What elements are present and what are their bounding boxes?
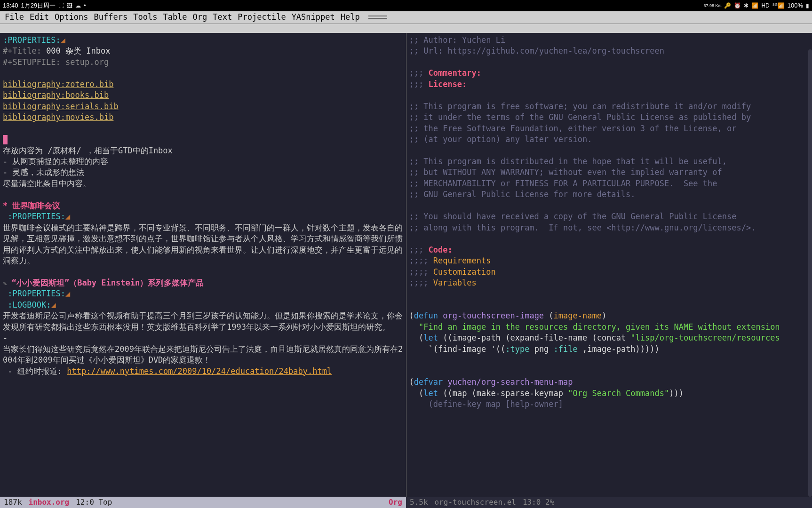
license-line: ;; (at your option) any later version.: [409, 134, 810, 145]
alarm-icon: ⏰: [734, 2, 741, 10]
heading-1-properties: :PROPERTIES:: [3, 212, 65, 221]
section-variables: Variables: [433, 278, 477, 287]
license-line: ;; it under the terms of the GNU General…: [409, 112, 810, 123]
picture-icon: 🖼: [67, 2, 72, 10]
url-comment: ;; Url: https://github.com/yuchen-lea/or…: [409, 46, 810, 56]
vpn-icon: 🔑: [724, 2, 731, 10]
bluetooth-icon: ✱: [744, 2, 748, 10]
kw-let: let: [423, 333, 438, 342]
dot-icon: •: [84, 2, 86, 10]
editor-panes: :PROPERTIES:◢ #+Title: 000 杂类 Inbox #+SE…: [0, 33, 812, 497]
intro-line-1: 存放内容为 /原材料/ ，相当于GTD中的Inbox: [3, 145, 403, 156]
license-line: ;; but WITHOUT ANY WARRANTY; without eve…: [409, 167, 810, 178]
menu-org[interactable]: Org: [190, 12, 210, 23]
fold-icon[interactable]: ◢: [65, 212, 70, 221]
truncated-line: (define-key map [help-owner]: [409, 399, 810, 410]
nyt-label: - 纽约时报道:: [3, 366, 67, 376]
heading-1-body: 世界咖啡会议模式的主要精神是跨界，不同专业背景、不同职务、不同部门的一群人，针对…: [3, 222, 403, 267]
heading-1-text[interactable]: 世界咖啡会议: [12, 201, 60, 210]
license-line: ;; GNU General Public License for more d…: [409, 189, 810, 200]
menu-buffers[interactable]: Buffers: [91, 12, 131, 23]
section-customization: Customization: [433, 267, 496, 277]
heading-1-star[interactable]: *: [3, 201, 12, 210]
menu-tools[interactable]: Tools: [130, 12, 160, 23]
fold-icon[interactable]: ◢: [51, 300, 56, 310]
license-line: ;; This program is free software; you ca…: [409, 101, 810, 112]
menu-text[interactable]: Text: [210, 12, 235, 23]
license-line: ;; You should have received a copy of th…: [409, 211, 810, 222]
menu-yasnippet[interactable]: YASnippet: [289, 12, 338, 23]
signal-5g-icon: ⁵ᴳ📶: [772, 2, 785, 10]
scrollbar[interactable]: [808, 49, 812, 497]
battery-pct: 100%: [788, 1, 803, 10]
var-name: yuchen/org-search-menu-map: [443, 377, 573, 387]
expand-icon: ⛶: [58, 2, 64, 10]
docstring: "Find an image in the resources director…: [409, 322, 810, 333]
menu-edit[interactable]: Edit: [27, 12, 52, 23]
drag-handle-icon[interactable]: [368, 16, 387, 19]
wifi-icon: 📶: [751, 2, 758, 10]
heading-2-logbook: :LOGBOOK:: [3, 300, 51, 310]
bib-link-3[interactable]: bibliography:serials.bib: [3, 102, 119, 111]
title-value: 000 杂类 Inbox: [41, 46, 111, 56]
author-comment: ;; Author: Yuchen Li: [409, 35, 810, 46]
title-keyword: #+Title:: [3, 46, 41, 56]
section-license: License:: [428, 79, 467, 89]
bib-link-2[interactable]: bibliography:books.bib: [3, 90, 109, 100]
kw-defun: defun: [414, 311, 438, 320]
fn-arg: image-name: [554, 311, 602, 320]
buffer-pos: 12:0 Top: [76, 497, 112, 508]
buffer-name: org-touchscreen.el: [435, 497, 516, 508]
android-status-bar: 13:40 1月29日周一 ⛶ 🖼 ☁ • 67.98 K/s 🔑 ⏰ ✱ 📶 …: [0, 0, 812, 11]
setupfile-value: setup.org: [61, 57, 109, 67]
heading-2-text[interactable]: “小小爱因斯坦”（Baby Einstein）系列多媒体产品: [12, 278, 204, 287]
license-line: ;; the Free Software Foundation, either …: [409, 123, 810, 134]
nyt-link[interactable]: http://www.nytimes.com/2009/10/24/educat…: [67, 366, 332, 376]
fn-name: org-touchscreen-image: [438, 311, 549, 320]
major-mode: Org: [389, 497, 402, 508]
buffer-name: inbox.org: [29, 497, 70, 508]
heading-2-properties: :PROPERTIES:: [3, 289, 65, 298]
modeline: 187k inbox.org 12:0 Top Org 5.5k org-tou…: [0, 497, 812, 508]
date: 1月29日周一: [21, 1, 56, 10]
buffer-size: 187k: [4, 497, 22, 508]
buffer-pos: 13:0 2%: [523, 497, 554, 508]
intro-line-3: - 灵感，未成形的想法: [3, 167, 403, 178]
fold-icon[interactable]: ◢: [65, 289, 70, 298]
modeline-right[interactable]: 5.5k org-touchscreen.el 13:0 2%: [406, 497, 812, 508]
emacs-menubar: File Edit Options Buffers Tools Table Or…: [0, 11, 812, 24]
menu-file[interactable]: File: [2, 12, 27, 23]
heading-2-dash: -: [3, 333, 403, 343]
bib-link-1[interactable]: bibliography:zotero.bib: [3, 79, 113, 89]
bib-link-4[interactable]: bibliography:movies.bib: [3, 112, 113, 122]
menu-options[interactable]: Options: [52, 12, 91, 23]
text-cursor: [3, 135, 8, 144]
clock: 13:40: [3, 1, 18, 10]
setupfile-keyword: #+SETUPFILE:: [3, 57, 61, 67]
heading-2-body-2: 当家长们得知这些研究后竟然在2009年联合起来把迪斯尼公司告上了法庭，而且迪斯尼…: [3, 344, 403, 366]
license-line: ;; This program is distributed in the ho…: [409, 156, 810, 167]
intro-line-2: - 从网页捕捉的未整理的内容: [3, 156, 403, 167]
left-pane-org[interactable]: :PROPERTIES:◢ #+Title: 000 杂类 Inbox #+SE…: [0, 33, 406, 497]
toolbar-spacer: [0, 24, 812, 33]
pencil-icon: ✎: [3, 279, 7, 287]
battery-icon: ▮: [806, 2, 809, 10]
net-speed: 67.98 K/s: [703, 4, 721, 8]
hd-icon: HD: [761, 2, 769, 10]
buffer-size: 5.5k: [410, 497, 428, 508]
right-pane-elisp[interactable]: ;; Author: Yuchen Li ;; Url: https://git…: [406, 33, 812, 497]
menu-table[interactable]: Table: [160, 12, 190, 23]
license-line: ;; MERCHANTABILITY or FITNESS FOR A PART…: [409, 178, 810, 189]
menu-projectile[interactable]: Projectile: [235, 12, 288, 23]
heading-2-body-1: 开发者迪斯尼公司声称看这个视频有助于提高三个月到三岁孩子的认知能力。但是如果你搜…: [3, 310, 403, 333]
modeline-left[interactable]: 187k inbox.org 12:0 Top Org: [0, 497, 406, 508]
intro-line-4: 尽量清空此条目中内容。: [3, 178, 403, 189]
section-requirements: Requirements: [433, 256, 491, 265]
cloud-icon: ☁: [75, 2, 81, 10]
license-line: ;; along with this program. If not, see …: [409, 222, 810, 233]
section-code: Code:: [428, 245, 452, 254]
kw-defvar: defvar: [414, 377, 443, 387]
menu-help[interactable]: Help: [338, 12, 363, 23]
fold-icon[interactable]: ◢: [61, 35, 65, 45]
drawer-properties: :PROPERTIES:: [3, 35, 61, 45]
